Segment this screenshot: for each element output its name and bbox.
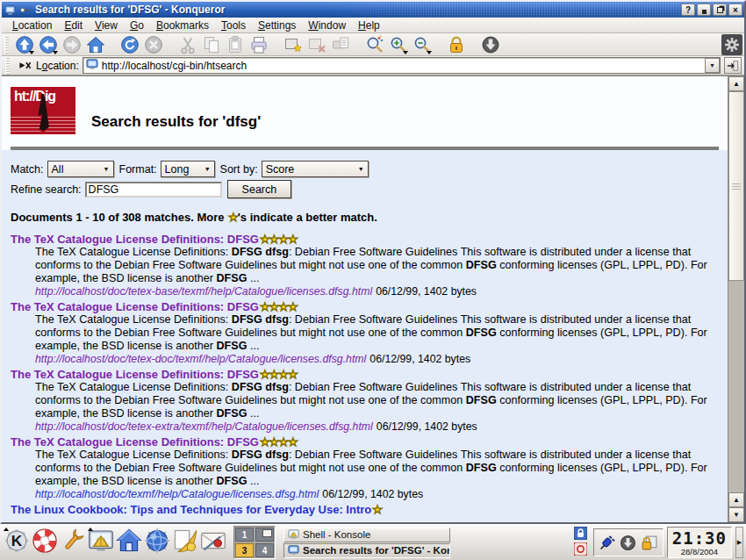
clock-date: 28/8/2004 [681,547,718,556]
konsole-icon [288,528,299,542]
format-select[interactable]: Long ▼ [161,161,215,177]
utilities-button[interactable] [59,528,87,557]
kmail-button[interactable] [199,528,227,557]
logout-button[interactable] [573,544,588,557]
clock[interactable]: 21:30 28/8/2004 [667,527,732,558]
desktop-3[interactable]: 3 [235,543,254,557]
htdig-logo: ht://Dig [11,87,75,134]
star-rating-icon: ★ [372,503,382,516]
result-url-link[interactable]: http://localhost/doc/tetex-extra/texmf/h… [35,420,373,433]
back-button[interactable] [37,34,59,55]
location-dropdown-button[interactable]: ▼ [705,58,720,73]
scrollbar-thumb[interactable] [728,91,744,281]
sort-value: Score [266,163,295,176]
dropdown-arrow-icon [427,51,432,54]
forward-button [61,34,82,55]
match-select[interactable]: All ▼ [47,161,114,177]
result-title-link[interactable]: The TeX Catalogue License Definitions: D… [11,300,259,313]
result-excerpt: The TeX Catalogue License Definitions: D… [35,381,721,420]
toolbar-grip[interactable] [4,36,9,54]
result-url-link[interactable]: http://localhost/doc/tetex-doc/texmf/hel… [35,353,366,365]
search-result: The TeX Catalogue License Definitions: D… [11,233,721,298]
result-title-link[interactable]: The TeX Catalogue License Definitions: D… [11,435,259,449]
clear-location-button[interactable] [17,58,32,74]
desktop-pager[interactable]: 134 [233,526,276,559]
task-label: Search results for 'DFSG' - Konqueror [303,545,450,556]
konqueror-launcher-button[interactable] [143,528,171,557]
scroll-up-button-bottom[interactable]: ▲ [728,492,744,507]
menu-tools[interactable]: Tools [215,18,252,32]
minimize-icon [702,10,707,14]
desktop-2[interactable] [255,528,274,542]
minimize-button[interactable] [697,4,711,16]
menu-edit[interactable]: Edit [58,18,89,32]
sticky-pin-icon[interactable] [18,4,31,16]
menu-bar: LocationEditViewGoBookmarksToolsSettings… [2,18,744,33]
star-icon: ★ [228,211,238,224]
zoom-in-button[interactable] [387,34,409,55]
scroll-up-button[interactable]: ▲ [728,76,744,91]
menu-go[interactable]: Go [124,18,150,32]
menu-view[interactable]: View [89,18,124,32]
zoom-out-button[interactable] [411,34,433,55]
location-combo[interactable]: http://localhost/cgi-bin/htsearch ▼ [82,57,721,74]
title-bar[interactable]: Search results for 'DFSG' - Konqueror ? … [2,2,744,18]
desktop-4[interactable]: 4 [255,543,274,557]
lock-session-button[interactable] [573,528,588,542]
wrench-icon [60,528,86,557]
autoscroll-button[interactable] [479,34,501,55]
window-icon [4,4,16,16]
svg-text:K: K [11,532,23,549]
scroll-down-button-bottom[interactable]: ▼ [728,507,744,522]
result-title-link[interactable]: The Linux Cookbook: Tips and Techniques … [11,503,371,516]
up-button[interactable] [13,34,35,55]
menu-window[interactable]: Window [302,18,352,32]
reload-button[interactable] [118,34,140,55]
vertical-scrollbar[interactable]: ▲ ▲ ▼ [728,76,744,522]
taskbar-task[interactable]: Search results for 'DFSG' - Konqueror [283,543,450,558]
close-button[interactable]: × [728,4,742,16]
star-rating-icon: ★★★★ [260,300,298,313]
print-frame-button [329,34,351,55]
home-button[interactable] [84,34,106,55]
help-button[interactable]: ? [681,4,695,16]
kwallet-icon[interactable] [641,534,658,551]
menu-location[interactable]: Location [6,18,58,32]
save-image-button[interactable] [282,34,304,55]
panel-hide-button[interactable]: ▶ [735,527,743,558]
download-tray-icon[interactable] [620,534,637,551]
konsole-icon [88,528,114,557]
locbar-grip[interactable] [5,57,10,75]
go-button[interactable] [724,57,742,74]
result-url-link[interactable]: http://localhost/doc/tetex-base/texmf/he… [35,285,372,298]
security-button[interactable] [445,34,467,55]
klipper-plug-icon[interactable] [599,534,616,551]
home-folder-button[interactable] [115,528,143,557]
home-big-icon [116,528,142,557]
taskbar-task[interactable]: Shell - Konsole [283,528,450,542]
star-rating-icon: ★★★★ [260,233,298,246]
result-title-link[interactable]: The TeX Catalogue License Definitions: D… [11,368,259,381]
search-button[interactable]: Search [227,180,292,198]
menu-settings[interactable]: Settings [252,18,302,32]
result-excerpt: The TeX Catalogue License Definitions: D… [35,313,721,353]
globe-icon [144,528,170,557]
menu-bookmarks[interactable]: Bookmarks [150,18,215,32]
print-button[interactable] [247,34,269,55]
result-url-link[interactable]: http://localhost/doc/texmf/help/Catalogu… [35,488,319,500]
desktop-1[interactable]: 1 [235,528,254,542]
kde-gear-throbber-icon [721,34,742,55]
result-title-link[interactable]: The TeX Catalogue License Definitions: D… [11,233,259,246]
refine-search-input[interactable] [85,182,222,197]
system-tray [593,528,664,556]
konsole-launcher-button[interactable] [87,528,115,557]
office-button[interactable] [171,528,199,557]
help-center-button[interactable] [31,528,59,557]
menu-help[interactable]: Help [352,18,386,32]
find-button[interactable] [363,34,385,55]
sort-select[interactable]: Score ▼ [262,161,369,177]
result-meta: 06/12/99, 1402 bytes [369,353,470,365]
kmenu-button[interactable]: K [3,528,31,557]
location-input[interactable]: http://localhost/cgi-bin/htsearch [102,60,247,72]
maximize-button[interactable] [713,4,727,16]
